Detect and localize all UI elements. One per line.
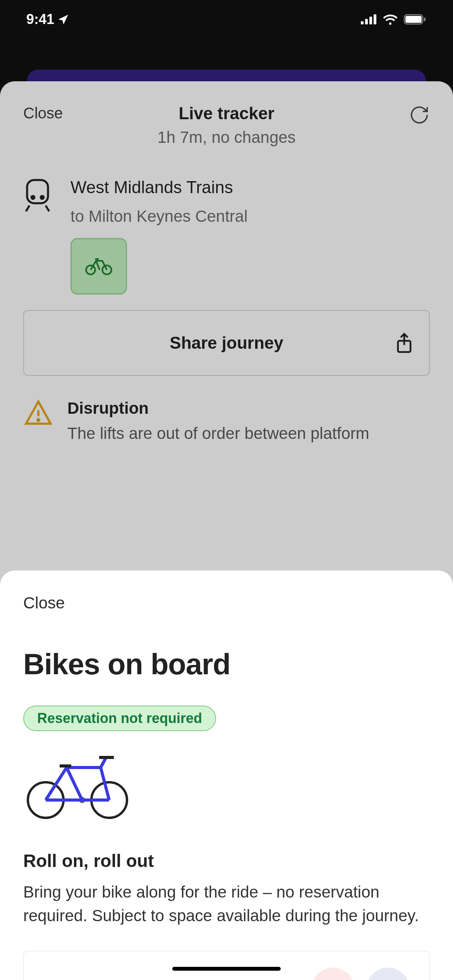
status-time: 9:41 — [26, 11, 70, 27]
section-title: Roll on, roll out — [23, 850, 430, 871]
cellular-icon — [361, 14, 377, 24]
reservation-badge: Reservation not required — [23, 706, 216, 731]
svg-rect-0 — [361, 21, 364, 24]
svg-rect-5 — [405, 16, 422, 23]
battery-icon — [403, 14, 427, 25]
location-icon — [57, 13, 70, 26]
wifi-icon — [383, 14, 398, 25]
section-body: Bring your bike along for the ride – no … — [23, 881, 430, 928]
status-right — [361, 14, 427, 25]
thumbs-up-button[interactable] — [367, 968, 409, 980]
feedback-card: Is this information helpful? — [23, 951, 430, 980]
svg-rect-3 — [374, 14, 376, 24]
bikes-title: Bikes on board — [23, 647, 430, 681]
thumbs-down-icon — [322, 978, 344, 980]
svg-rect-1 — [365, 19, 368, 24]
thumbs-down-button[interactable] — [312, 968, 354, 980]
status-time-text: 9:41 — [26, 11, 54, 27]
svg-rect-6 — [424, 17, 426, 21]
bike-illustration-icon — [23, 754, 132, 819]
home-indicator[interactable] — [172, 967, 281, 971]
status-bar: 9:41 — [0, 0, 453, 39]
svg-rect-2 — [369, 17, 372, 24]
bikes-sheet: Close Bikes on board Reservation not req… — [0, 571, 453, 980]
close-button[interactable]: Close — [23, 594, 430, 612]
thumbs-up-icon — [377, 978, 399, 980]
